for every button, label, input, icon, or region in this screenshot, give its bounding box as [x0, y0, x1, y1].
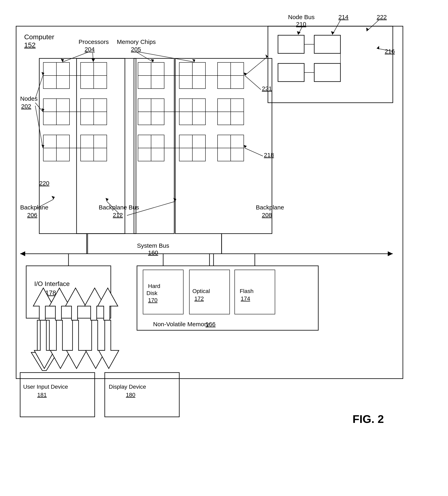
svg-text:170: 170 [148, 297, 158, 303]
svg-line-113 [36, 199, 53, 208]
svg-rect-5 [314, 35, 340, 53]
svg-rect-52 [138, 135, 164, 161]
svg-line-100 [35, 103, 43, 112]
svg-marker-93 [151, 59, 154, 62]
svg-rect-43 [80, 135, 107, 161]
svg-rect-40 [80, 99, 107, 125]
svg-text:220: 220 [39, 180, 49, 186]
svg-line-106 [245, 76, 261, 90]
svg-marker-89 [92, 59, 95, 62]
svg-text:Nodes: Nodes [20, 95, 38, 102]
svg-line-94 [141, 52, 194, 62]
svg-text:Memory Chips: Memory Chips [117, 38, 156, 45]
svg-rect-37 [80, 62, 107, 89]
svg-text:Node Bus: Node Bus [288, 14, 315, 20]
svg-marker-103 [42, 145, 44, 148]
svg-text:Computer: Computer [24, 33, 54, 41]
svg-marker-99 [42, 72, 44, 76]
svg-text:206: 206 [27, 212, 37, 218]
svg-marker-122 [20, 251, 25, 256]
svg-rect-58 [179, 99, 206, 125]
svg-rect-0 [16, 26, 403, 379]
svg-marker-87 [61, 59, 64, 62]
svg-text:178: 178 [45, 289, 56, 296]
svg-text:166: 166 [206, 321, 216, 327]
svg-text:Non-Volatile Memory: Non-Volatile Memory [153, 321, 209, 327]
svg-rect-7 [314, 63, 340, 81]
svg-line-86 [63, 52, 89, 62]
svg-text:User Input Device: User Input Device [23, 384, 68, 390]
svg-rect-126 [26, 266, 111, 318]
svg-marker-83 [266, 54, 268, 57]
svg-marker-20 [366, 28, 369, 31]
svg-text:Backplane Bus: Backplane Bus [99, 204, 139, 211]
svg-text:152: 152 [24, 41, 36, 49]
svg-rect-130 [137, 266, 318, 330]
svg-rect-55 [179, 62, 206, 89]
svg-text:Optical: Optical [192, 288, 210, 294]
svg-line-102 [35, 106, 43, 148]
svg-rect-61 [179, 135, 206, 161]
svg-line-109 [245, 148, 263, 156]
svg-rect-46 [138, 62, 164, 89]
svg-text:205: 205 [131, 46, 141, 53]
svg-rect-3 [268, 26, 393, 103]
svg-text:204: 204 [85, 46, 95, 53]
svg-line-98 [35, 76, 43, 99]
svg-rect-28 [43, 62, 69, 89]
svg-marker-17 [331, 31, 334, 35]
svg-rect-140 [235, 270, 275, 314]
svg-marker-157 [106, 198, 109, 202]
svg-rect-70 [218, 135, 244, 161]
svg-marker-14 [297, 31, 301, 35]
svg-rect-49 [138, 99, 164, 125]
svg-marker-107 [244, 73, 247, 76]
svg-rect-25 [175, 58, 272, 233]
svg-text:Flash: Flash [240, 288, 253, 294]
svg-line-82 [245, 56, 268, 76]
svg-marker-147 [37, 320, 49, 352]
svg-marker-123 [388, 251, 393, 256]
svg-text:218: 218 [264, 152, 274, 158]
svg-rect-24 [39, 58, 136, 233]
svg-line-92 [137, 52, 153, 62]
svg-text:216: 216 [385, 48, 395, 55]
page: Computer 152 Node Bus 210 214 [0, 0, 448, 496]
svg-marker-95 [192, 59, 195, 62]
svg-text:Display Device: Display Device [109, 384, 146, 390]
svg-rect-137 [189, 270, 230, 314]
svg-marker-159 [173, 198, 176, 202]
svg-rect-26 [77, 58, 125, 233]
svg-rect-67 [218, 99, 244, 125]
svg-marker-148 [31, 352, 57, 371]
svg-text:Backplane: Backplane [256, 204, 284, 211]
svg-rect-133 [143, 270, 183, 314]
svg-rect-31 [43, 99, 69, 125]
diagram-svg: Computer 152 Node Bus 210 214 [0, 0, 448, 496]
svg-rect-34 [43, 135, 69, 161]
svg-text:FIG. 2: FIG. 2 [352, 413, 384, 425]
svg-rect-4 [278, 35, 304, 53]
svg-text:212: 212 [113, 212, 123, 218]
svg-line-158 [127, 202, 175, 216]
svg-marker-101 [42, 108, 44, 112]
svg-line-13 [298, 27, 302, 35]
svg-text:221: 221 [262, 85, 272, 92]
svg-text:160: 160 [148, 249, 158, 256]
svg-line-22 [377, 48, 393, 51]
svg-text:210: 210 [296, 21, 306, 27]
svg-text:202: 202 [21, 103, 31, 109]
svg-text:Backplane: Backplane [20, 204, 48, 211]
svg-marker-23 [377, 46, 379, 49]
svg-line-156 [107, 202, 121, 216]
svg-marker-110 [244, 145, 247, 148]
svg-text:174: 174 [241, 295, 250, 302]
svg-rect-27 [134, 58, 174, 233]
svg-text:Disk: Disk [146, 290, 158, 296]
svg-marker-114 [51, 196, 55, 199]
svg-text:Hard: Hard [148, 283, 160, 289]
svg-line-16 [332, 20, 340, 35]
svg-text:208: 208 [262, 212, 272, 218]
svg-text:172: 172 [194, 295, 204, 302]
svg-text:Processors: Processors [79, 38, 109, 45]
